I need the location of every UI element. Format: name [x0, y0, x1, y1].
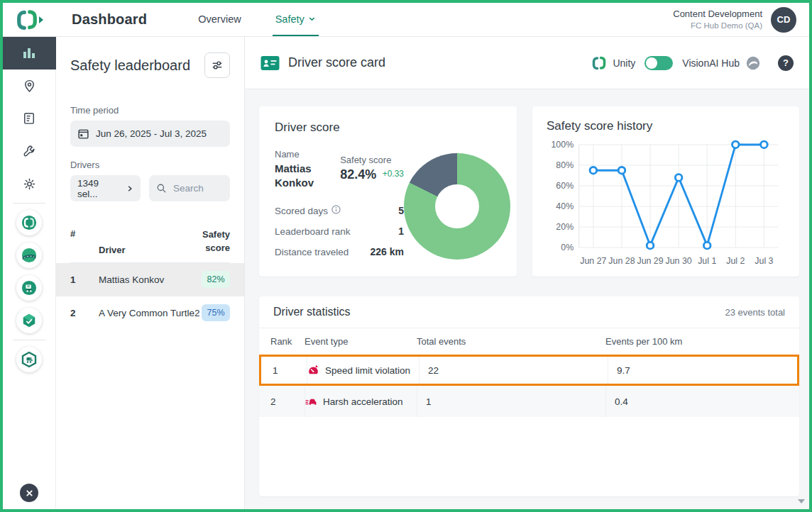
- sidebar-app-checklist[interactable]: [3, 304, 56, 337]
- leaderboard-filter-button[interactable]: [204, 52, 230, 78]
- history-chart: 0%20%40%60%80%100%Jun 27Jun 28Jun 29Jun …: [547, 136, 785, 271]
- leaderboard-row[interactable]: 2A Very Common Turtle275%: [70, 296, 230, 330]
- sidebar-expand-icon[interactable]: [39, 16, 43, 23]
- stat-value: 226 km: [371, 246, 404, 257]
- statistics-title: Driver statistics: [273, 306, 350, 318]
- main-area: Driver score card Unity VisionAI Hub ?: [245, 37, 809, 509]
- bar-chart-icon: [21, 45, 37, 61]
- svg-text:80%: 80%: [556, 160, 574, 170]
- sidebar-app-forklift[interactable]: [3, 272, 56, 304]
- statistics-row-highlighted[interactable]: 1Speed limit violation229.7: [259, 355, 799, 386]
- location-pin-icon: [22, 79, 37, 94]
- car-icon: [305, 396, 317, 408]
- svg-text:Jun 27: Jun 27: [580, 256, 606, 266]
- driver-score-title: Driver score: [275, 121, 501, 135]
- safety-score-label: Safety score: [340, 155, 404, 165]
- unity-mini-logo-icon: [592, 56, 606, 70]
- driver-score-stat-row: Leaderboard rank1: [275, 226, 404, 237]
- driver-search-field[interactable]: [149, 175, 230, 201]
- stat-event-type: Speed limit violation: [307, 357, 419, 384]
- unity-toggle-label: Unity: [613, 57, 635, 69]
- collapse-sidebar-button[interactable]: [20, 484, 38, 502]
- sidebar-item-locations[interactable]: [3, 69, 56, 102]
- stat-value: 5: [398, 205, 404, 216]
- safety-leaderboard-panel: Safety leaderboard Time period: [56, 37, 245, 509]
- row-rank: 1: [70, 274, 99, 285]
- stat-event-type: Harsh acceleration: [304, 386, 417, 417]
- tab-overview[interactable]: Overview: [195, 3, 243, 36]
- svg-text:Jul 2: Jul 2: [726, 256, 745, 266]
- forklift-app-icon: [16, 275, 42, 301]
- score-card-header: Driver score card Unity VisionAI Hub ?: [245, 37, 809, 89]
- sidebar-item-analytics[interactable]: [3, 37, 56, 69]
- safety-score-delta: +0.33: [383, 169, 404, 179]
- sidebar-item-settings[interactable]: [3, 167, 56, 200]
- safety-score-badge: 82%: [202, 271, 230, 288]
- svg-text:20%: 20%: [556, 222, 574, 232]
- gear-icon: [22, 177, 37, 191]
- app-logo[interactable]: [3, 3, 56, 36]
- svg-text:0%: 0%: [561, 243, 574, 252]
- report-icon: [22, 111, 36, 126]
- svg-text:100%: 100%: [551, 140, 574, 150]
- scrollbar-down-arrow[interactable]: [798, 499, 805, 503]
- sidebar-item-maintenance[interactable]: [3, 135, 56, 167]
- statistics-row[interactable]: 2Harsh acceleration10.4: [259, 386, 799, 417]
- close-icon: [26, 489, 33, 497]
- sidebar-app-forklift-hex[interactable]: [3, 343, 56, 376]
- unity-app-icon: [16, 210, 42, 235]
- forklift-hex-app-icon: [16, 347, 42, 372]
- calendar-icon: [77, 128, 89, 140]
- col-header-rank: #: [70, 228, 99, 255]
- visionai-toggle-label: VisionAI Hub: [682, 57, 740, 69]
- safety-score-history-card: Safety score history 0%20%40%60%80%100%J…: [532, 106, 799, 277]
- stat-label: Scored days: [275, 205, 341, 216]
- time-period-field[interactable]: Jun 26, 2025 - Jul 3, 2025: [70, 121, 230, 147]
- avatar[interactable]: CD: [771, 7, 796, 33]
- account-name: Content Development: [673, 8, 762, 21]
- sidebar-item-reports[interactable]: [3, 102, 56, 135]
- top-bar: Dashboard Overview Safety Content Develo…: [3, 3, 809, 37]
- nav-tabs: Overview Safety: [181, 3, 333, 36]
- leaderboard-row[interactable]: 1Mattias Konkov82%: [56, 263, 244, 296]
- tab-safety[interactable]: Safety: [273, 3, 319, 36]
- stat-total-events: 1: [417, 386, 605, 417]
- id-card-icon: [260, 55, 280, 71]
- drivers-select[interactable]: 1349 sel...: [70, 175, 141, 201]
- info-icon: [331, 205, 341, 214]
- app-window: Dashboard Overview Safety Content Develo…: [0, 0, 812, 512]
- svg-text:Jun 28: Jun 28: [608, 256, 635, 266]
- sidebar-app-unity[interactable]: [3, 206, 56, 239]
- svg-text:60%: 60%: [556, 181, 574, 191]
- svg-text:Jun 29: Jun 29: [637, 256, 663, 266]
- account-info[interactable]: Content Development FC Hub Demo (QA): [673, 8, 762, 31]
- chevron-right-icon: [126, 185, 133, 192]
- chevron-down-icon: [308, 15, 316, 23]
- col-header-total-events: Total events: [417, 336, 605, 347]
- search-input[interactable]: [173, 183, 223, 194]
- unity-logo-icon: [16, 9, 38, 30]
- col-header-safety-score: Safety score: [193, 228, 230, 255]
- unity-visionai-toggle[interactable]: [644, 56, 673, 70]
- driver-score-card: Driver score Name Mattias Konkov Safet: [259, 106, 517, 277]
- help-button[interactable]: ?: [778, 55, 794, 71]
- driver-score-stat-row: Distance traveled226 km: [275, 246, 404, 257]
- events-total: 23 events total: [725, 307, 785, 318]
- svg-text:Jul 1: Jul 1: [698, 256, 716, 266]
- stat-value: 1: [398, 226, 404, 237]
- history-title: Safety score history: [547, 119, 785, 133]
- sidebar-app-road[interactable]: [3, 239, 56, 272]
- stat-events-per-100km: 9.7: [608, 357, 797, 384]
- sidebar-divider: [13, 340, 45, 340]
- leaderboard-table: # Driver Safety score 1Mattias Konkov82%…: [70, 226, 230, 330]
- name-label: Name: [275, 149, 334, 160]
- score-card-title: Driver score card: [288, 55, 385, 70]
- col-header-rank: Rank: [259, 336, 304, 347]
- visionai-hub-logo-icon: [746, 56, 760, 70]
- search-icon: [156, 183, 167, 194]
- col-header-event-type: Event type: [304, 336, 417, 347]
- sidebar: [3, 37, 56, 509]
- toggle-knob: [646, 57, 657, 69]
- col-header-driver: Driver: [99, 245, 193, 255]
- time-period-value: Jun 26, 2025 - Jul 3, 2025: [96, 128, 207, 139]
